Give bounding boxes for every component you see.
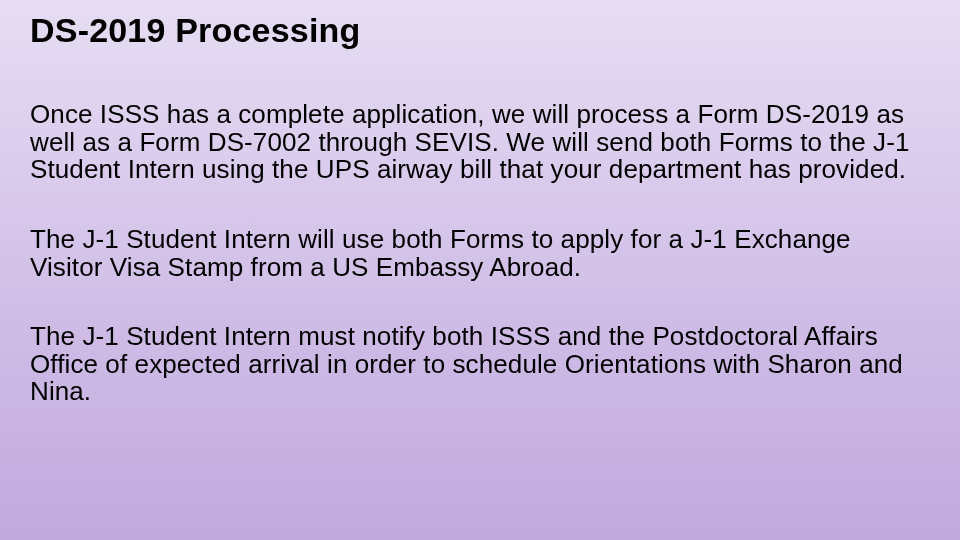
body-paragraph: Once ISSS has a complete application, we… <box>30 101 930 184</box>
body-paragraph: The J-1 Student Intern must notify both … <box>30 323 930 406</box>
body-paragraph: The J-1 Student Intern will use both For… <box>30 226 930 281</box>
slide: DS-2019 Processing Once ISSS has a compl… <box>0 0 960 540</box>
slide-title: DS-2019 Processing <box>30 12 930 49</box>
